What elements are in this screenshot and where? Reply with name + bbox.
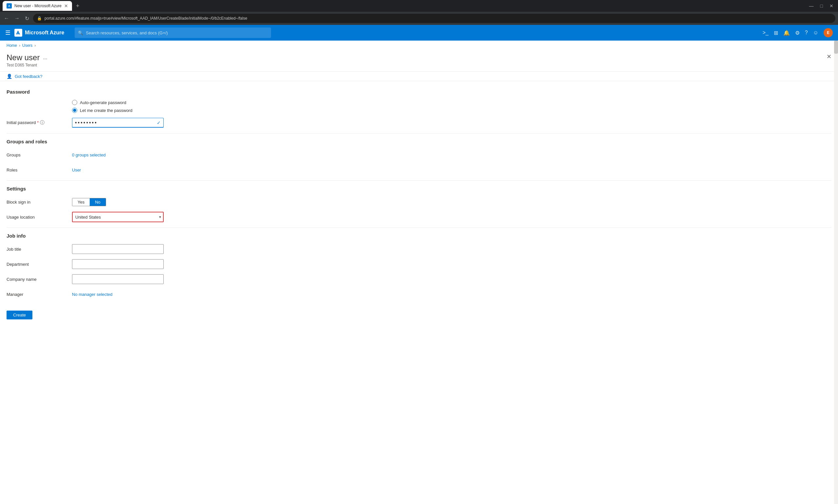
new-tab-button[interactable]: +: [75, 3, 81, 10]
department-row: Department: [6, 259, 832, 269]
job-info-section-title: Job info: [6, 233, 832, 238]
manager-value[interactable]: No manager selected: [72, 292, 113, 297]
let-me-create-label: Let me create the password: [80, 108, 132, 113]
close-button[interactable]: ✕: [826, 53, 832, 60]
feedback-icon: 👤: [6, 74, 12, 79]
minimize-button[interactable]: —: [807, 3, 816, 8]
block-sign-in-toggle[interactable]: Yes No: [72, 198, 106, 206]
required-star: *: [37, 120, 39, 125]
usage-location-row: Usage location United States United King…: [6, 212, 832, 222]
address-bar[interactable]: 🔒 portal.azure.com/#feature.msaljs=true#…: [33, 14, 835, 23]
initial-password-label: Initial password * ⓘ: [6, 120, 72, 126]
azure-logo: Microsoft Azure: [14, 29, 64, 37]
help-icon[interactable]: ?: [805, 30, 808, 36]
content-area: Home › Users › New user ... Test D365 Te…: [0, 40, 838, 504]
azure-search-box[interactable]: 🔍 Search resources, services, and docs (…: [75, 28, 271, 38]
section-divider-3: [6, 228, 832, 228]
search-placeholder: Search resources, services, and docs (G+…: [86, 31, 167, 35]
department-label: Department: [6, 262, 72, 267]
password-radio-group: Auto-generate password Let me create the…: [72, 100, 132, 113]
notifications-icon[interactable]: 🔔: [783, 30, 790, 36]
password-section-title: Password: [6, 89, 832, 94]
search-icon: 🔍: [78, 31, 83, 35]
page-title: New user ...: [6, 53, 48, 62]
page-title-text: New user: [6, 53, 40, 62]
browser-tab[interactable]: A New user - Microsoft Azure ✕: [3, 1, 72, 11]
usage-location-select[interactable]: United States United Kingdom Canada Aust…: [72, 212, 164, 222]
department-input[interactable]: [72, 259, 164, 269]
azure-logo-icon: [14, 29, 22, 37]
groups-roles-section-title: Groups and roles: [6, 139, 832, 144]
password-check-icon: ✓: [157, 120, 161, 125]
company-name-label: Company name: [6, 277, 72, 282]
auto-generate-option[interactable]: Auto-generate password: [72, 100, 132, 105]
window-close-button[interactable]: ✕: [827, 3, 835, 8]
job-title-row: Job title: [6, 244, 832, 254]
refresh-button[interactable]: ↻: [23, 15, 31, 22]
block-no-option[interactable]: No: [90, 198, 106, 206]
usage-location-wrapper: United States United Kingdom Canada Aust…: [72, 212, 164, 222]
job-title-input[interactable]: [72, 244, 164, 254]
page-subtitle: Test D365 Tenant: [6, 63, 48, 68]
maximize-button[interactable]: □: [818, 3, 825, 8]
groups-value[interactable]: 0 groups selected: [72, 152, 106, 158]
tab-title: New user - Microsoft Azure: [14, 4, 61, 8]
azure-topbar: ☰ Microsoft Azure 🔍 Search resources, se…: [0, 25, 838, 40]
lock-icon: 🔒: [37, 16, 42, 21]
block-sign-in-label: Block sign in: [6, 200, 72, 204]
roles-label: Roles: [6, 167, 72, 173]
page-header: New user ... Test D365 Tenant ✕: [0, 50, 838, 72]
tab-favicon: A: [6, 3, 12, 8]
more-options-button[interactable]: ...: [43, 55, 47, 60]
form-area: Password Auto-generate password Let me c…: [0, 81, 838, 504]
manager-row: Manager No manager selected: [6, 289, 832, 300]
company-name-row: Company name: [6, 274, 832, 284]
password-dots: ••••••••: [75, 120, 157, 126]
usage-location-label: Usage location: [6, 215, 72, 220]
block-yes-option[interactable]: Yes: [72, 198, 90, 206]
breadcrumb-sep-1: ›: [19, 43, 20, 48]
cloud-shell-icon[interactable]: >_: [763, 30, 769, 36]
initial-password-row: Initial password * ⓘ •••••••• ✓: [6, 118, 832, 128]
back-button[interactable]: ←: [3, 15, 11, 21]
section-divider-2: [6, 180, 832, 181]
info-icon[interactable]: ⓘ: [40, 120, 44, 125]
azure-logo-text: Microsoft Azure: [25, 30, 64, 36]
roles-value[interactable]: User: [72, 167, 81, 173]
let-me-create-radio[interactable]: [72, 108, 77, 113]
topbar-right: >_ ⊞ 🔔 ⚙ ? ☺ E: [763, 28, 833, 37]
let-me-create-option[interactable]: Let me create the password: [72, 108, 132, 113]
hamburger-menu[interactable]: ☰: [5, 29, 11, 36]
feedback-row: 👤 Got feedback?: [0, 72, 838, 81]
breadcrumb-home[interactable]: Home: [6, 43, 17, 48]
password-options-row: Auto-generate password Let me create the…: [6, 100, 832, 113]
directory-icon[interactable]: ⊞: [774, 30, 778, 36]
page-title-area: New user ... Test D365 Tenant: [6, 53, 48, 68]
window-controls: — □ ✕: [807, 3, 835, 8]
groups-row: Groups 0 groups selected: [6, 149, 832, 160]
section-divider-1: [6, 133, 832, 133]
breadcrumb: Home › Users ›: [0, 40, 838, 50]
manager-label: Manager: [6, 292, 72, 297]
tab-close-button[interactable]: ✕: [64, 3, 68, 8]
scrollbar-track[interactable]: [834, 40, 838, 504]
browser-chrome: A New user - Microsoft Azure ✕ + — □ ✕: [0, 0, 838, 12]
settings-icon[interactable]: ⚙: [795, 30, 800, 36]
url-text: portal.azure.com/#feature.msaljs=true#vi…: [44, 16, 247, 21]
feedback-topbar-icon[interactable]: ☺: [813, 30, 818, 36]
create-button[interactable]: Create: [6, 310, 32, 320]
groups-label: Groups: [6, 152, 72, 158]
auto-generate-label: Auto-generate password: [80, 100, 126, 105]
scrollbar-thumb[interactable]: [834, 40, 838, 54]
password-field[interactable]: •••••••• ✓: [72, 118, 164, 128]
forward-button[interactable]: →: [13, 15, 21, 21]
job-title-label: Job title: [6, 247, 72, 252]
company-name-input[interactable]: [72, 274, 164, 284]
settings-section-title: Settings: [6, 186, 832, 192]
roles-row: Roles User: [6, 165, 832, 175]
block-sign-in-row: Block sign in Yes No: [6, 197, 832, 207]
user-avatar[interactable]: E: [824, 28, 833, 37]
breadcrumb-users[interactable]: Users: [22, 43, 32, 48]
feedback-link[interactable]: Got feedback?: [15, 74, 42, 79]
auto-generate-radio[interactable]: [72, 100, 77, 105]
